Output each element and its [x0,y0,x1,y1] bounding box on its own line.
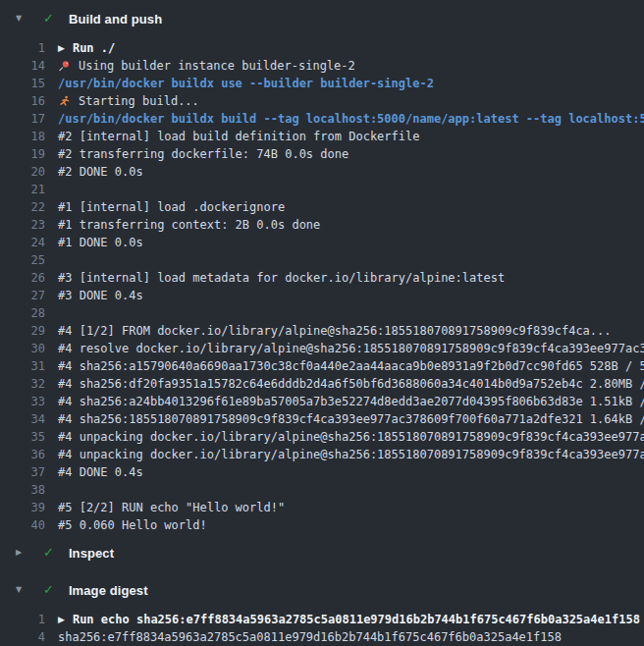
line-text: ▶Run ./ [58,39,115,57]
line-text-value: #3 DONE 0.4s [58,287,143,304]
log-line[interactable]: 16 Starting build... [0,92,644,110]
log-line[interactable]: 25 [0,251,644,269]
line-number[interactable]: 14 [0,57,45,75]
line-number[interactable]: 30 [0,340,45,357]
log-line[interactable]: 40 #5 0.060 Hello world! [0,516,644,534]
section-title: Build and push [69,12,162,27]
line-text-value: #2 DONE 0.0s [58,163,143,181]
log-line[interactable]: 1 ▶Run echo sha256:e7ff8834a5963a2785c5a… [0,611,644,628]
line-text: #4 unpacking docker.io/library/alpine@sh… [58,428,644,446]
line-number[interactable]: 20 [0,163,45,181]
line-number[interactable]: 27 [0,287,45,304]
log-line[interactable]: 28 [0,304,644,322]
chevron-right-icon[interactable]: ▶ [16,542,27,564]
chevron-down-icon[interactable]: ▼ [16,8,27,29]
log-line[interactable]: 17 /usr/bin/docker buildx build --tag lo… [0,110,644,128]
line-text-value: #1 DONE 0.0s [58,234,143,251]
line-number[interactable]: 16 [0,92,45,110]
line-text-value: Using builder instance builder-single-2 [79,57,355,75]
line-number[interactable]: 22 [0,198,45,216]
log-line[interactable]: 37 #4 DONE 0.4s [0,463,644,481]
line-text-value: #4 sha256:df20fa9351a15782c64e6dddb2d4a6… [58,375,644,393]
log-line[interactable]: 27 #3 DONE 0.4s [0,287,644,304]
line-number[interactable]: 31 [0,357,45,375]
line-text: #2 [internal] load build definition from… [58,128,419,145]
line-number[interactable]: 39 [0,499,45,516]
line-text: #2 DONE 0.0s [58,163,143,181]
log-line[interactable]: 15 /usr/bin/docker buildx use --builder … [0,75,644,92]
log-line[interactable]: 29 #4 [1/2] FROM docker.io/library/alpin… [0,322,644,340]
run-expand-arrow-icon[interactable]: ▶ [58,611,65,628]
line-number[interactable]: 1 [0,611,45,628]
line-number[interactable]: 21 [0,181,45,198]
line-number[interactable]: 36 [0,446,45,463]
section-header[interactable]: ▼ ✓ Build and push [0,8,644,29]
line-text: #4 sha256:df20fa9351a15782c64e6dddb2d4a6… [58,375,644,393]
line-text: #1 transferring context: 2B 0.0s done [58,216,320,234]
log-line[interactable]: 4 sha256:e7ff8834a5963a2785c5a0811e979d1… [0,628,644,646]
line-number[interactable]: 35 [0,428,45,446]
line-text: #4 unpacking docker.io/library/alpine@sh… [58,446,644,463]
line-text-value: #4 resolve docker.io/library/alpine@sha2… [58,340,644,357]
line-text-value: Run ./ [73,39,115,57]
line-number[interactable]: 40 [0,516,45,534]
log-line[interactable]: 21 [0,181,644,198]
log-line[interactable]: 31 #4 sha256:a15790640a6690aa1730c38cf0a… [0,357,644,375]
log-line[interactable]: 34 #4 sha256:185518070891758909c9f839cf4… [0,410,644,428]
line-number[interactable]: 17 [0,110,45,128]
section-lines: 1 ▶Run ./ 14 Using builder instance buil… [0,39,644,534]
line-number[interactable]: 33 [0,393,45,410]
chevron-down-icon[interactable]: ▼ [16,579,27,601]
log-line[interactable]: 39 #5 [2/2] RUN echo "Hello world!" [0,499,644,516]
line-text: /usr/bin/docker buildx use --builder bui… [58,75,434,92]
log-line[interactable]: 1 ▶Run ./ [0,39,644,57]
line-text-value: #5 [2/2] RUN echo "Hello world!" [58,499,285,516]
log-line[interactable]: 33 #4 sha256:a24bb4013296f61e89ba57005a7… [0,393,644,410]
log-section: ▶ ✓ Inspect [0,542,644,564]
line-number[interactable]: 26 [0,269,45,287]
line-number[interactable]: 18 [0,128,45,145]
line-number[interactable]: 15 [0,75,45,92]
log-line[interactable]: 18 #2 [internal] load build definition f… [0,128,644,145]
log-line[interactable]: 32 #4 sha256:df20fa9351a15782c64e6dddb2d… [0,375,644,393]
log-line[interactable]: 23 #1 transferring context: 2B 0.0s done [0,216,644,234]
line-text: #4 DONE 0.4s [58,463,143,481]
log-line[interactable]: 20 #2 DONE 0.0s [0,163,644,181]
line-number[interactable]: 4 [0,628,45,646]
line-text: /usr/bin/docker buildx build --tag local… [58,110,644,128]
log-line[interactable]: 24 #1 DONE 0.0s [0,234,644,251]
line-number[interactable]: 38 [0,481,45,499]
log-line[interactable]: 14 Using builder instance builder-single… [0,57,644,75]
log-line[interactable]: 22 #1 [internal] load .dockerignore [0,198,644,216]
log-line[interactable]: 36 #4 unpacking docker.io/library/alpine… [0,446,644,463]
line-text-value: #4 unpacking docker.io/library/alpine@sh… [58,446,644,463]
line-text-value: Starting build... [79,92,199,110]
section-header[interactable]: ▼ ✓ Image digest [0,579,644,601]
log-line[interactable]: 30 #4 resolve docker.io/library/alpine@s… [0,340,644,357]
line-text-value: #4 DONE 0.4s [58,463,143,481]
line-text-value: #4 sha256:185518070891758909c9f839cf4ca3… [58,410,644,428]
log-line[interactable]: 26 #3 [internal] load metadata for docke… [0,269,644,287]
section-header[interactable]: ▶ ✓ Inspect [0,542,644,564]
line-number[interactable]: 25 [0,251,45,269]
line-text-value: #3 [internal] load metadata for docker.i… [58,269,505,287]
line-number[interactable]: 29 [0,322,45,340]
line-number[interactable]: 34 [0,410,45,428]
run-expand-arrow-icon[interactable]: ▶ [58,39,65,57]
log-line[interactable]: 35 #4 unpacking docker.io/library/alpine… [0,428,644,446]
log-line[interactable]: 19 #2 transferring dockerfile: 74B 0.0s … [0,145,644,163]
line-number[interactable]: 19 [0,145,45,163]
line-number[interactable]: 28 [0,304,45,322]
line-text: #5 0.060 Hello world! [58,516,207,534]
line-number[interactable]: 24 [0,234,45,251]
line-text: #4 sha256:a15790640a6690aa1730c38cf0a440… [58,357,644,375]
line-number[interactable]: 23 [0,216,45,234]
runner-icon [58,95,71,107]
line-text-value: #4 [1/2] FROM docker.io/library/alpine@s… [58,322,612,340]
line-number[interactable]: 32 [0,375,45,393]
line-number[interactable]: 1 [0,39,45,57]
line-number[interactable]: 37 [0,463,45,481]
line-text: #1 [internal] load .dockerignore [58,198,285,216]
log-section: ▼ ✓ Image digest 1 ▶Run echo sha256:e7ff… [0,579,644,646]
log-line[interactable]: 38 [0,481,644,499]
